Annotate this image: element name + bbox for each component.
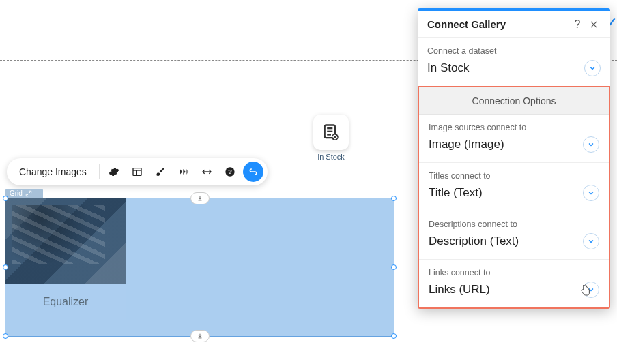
option-dropdown-toggle[interactable] — [583, 233, 599, 249]
connect-gallery-panel: Connect Gallery ? Connect a dataset In S… — [418, 8, 610, 309]
gallery-item[interactable]: Equalizer — [5, 198, 126, 320]
gallery-frame[interactable]: Grid Equalizer — [5, 198, 394, 337]
panel-title: Connect Gallery — [427, 18, 569, 30]
gallery-item-image — [5, 198, 126, 284]
option-dropdown-toggle[interactable] — [583, 282, 599, 298]
resize-handle-bottom-right[interactable] — [391, 333, 397, 339]
anchor-handle-top[interactable] — [190, 192, 210, 204]
download-icon — [197, 333, 203, 339]
anchor-handle-bottom[interactable] — [190, 330, 210, 342]
help-icon: ? — [225, 166, 235, 177]
svg-line-11 — [29, 191, 31, 193]
stretch-icon — [201, 166, 212, 177]
panel-header: Connect Gallery ? — [418, 11, 610, 38]
help-button[interactable]: ? — [220, 162, 240, 182]
resize-handle-left[interactable] — [3, 264, 8, 270]
connect-data-icon — [248, 166, 259, 177]
connect-dataset-section: Connect a dataset In Stock — [418, 38, 610, 87]
gallery-floating-toolbar: Change Images ? — [7, 158, 268, 185]
option-descriptions: Descriptions connect to Description (Tex… — [419, 211, 609, 260]
settings-button[interactable] — [104, 162, 124, 182]
connect-data-button[interactable] — [243, 162, 263, 182]
option-image-sources: Image sources connect to Image (Image) — [419, 115, 609, 163]
option-dropdown-value: Description (Text) — [429, 234, 519, 248]
option-dropdown-value: Links (URL) — [429, 283, 490, 297]
chevron-down-icon — [587, 286, 595, 294]
connection-options-header: Connection Options — [419, 87, 609, 115]
option-links: Links connect to Links (URL) — [419, 260, 609, 307]
download-icon — [197, 195, 203, 202]
connection-options-highlight: Connection Options Image sources connect… — [418, 86, 610, 309]
dataset-dropdown-toggle[interactable] — [584, 60, 601, 76]
panel-help-button[interactable]: ? — [569, 16, 586, 33]
resize-handle-right[interactable] — [391, 264, 397, 270]
section-label: Image sources connect to — [429, 123, 599, 132]
element-type-tag[interactable]: Grid — [5, 189, 43, 198]
resize-handle-bottom-left[interactable] — [3, 333, 8, 339]
brush-icon — [155, 166, 166, 177]
section-label: Titles connect to — [429, 171, 599, 181]
question-icon: ? — [575, 18, 581, 31]
option-dropdown-toggle[interactable] — [583, 136, 599, 153]
svg-rect-5 — [133, 168, 141, 176]
change-images-button[interactable]: Change Images — [11, 162, 95, 182]
dataset-dropdown-value: In Stock — [427, 61, 469, 75]
resize-handle-top-right[interactable] — [391, 196, 397, 201]
layout-button[interactable] — [127, 162, 147, 182]
animation-icon — [178, 166, 189, 177]
option-dropdown-value: Title (Text) — [429, 186, 483, 200]
animation-button[interactable] — [173, 162, 194, 182]
option-dropdown-toggle[interactable] — [583, 185, 599, 201]
section-label: Descriptions connect to — [429, 219, 599, 229]
layout-icon — [132, 166, 143, 177]
design-button[interactable] — [150, 162, 171, 182]
close-icon — [589, 20, 599, 29]
resize-handle-top-left[interactable] — [3, 196, 8, 201]
chevron-down-icon — [587, 237, 595, 245]
stretch-button[interactable] — [197, 162, 217, 182]
section-label: Connect a dataset — [427, 46, 601, 56]
gallery-item-caption: Equalizer — [5, 284, 126, 320]
dataset-chip-label: In Stock — [306, 153, 356, 161]
svg-line-12 — [26, 194, 28, 196]
chevron-down-icon — [588, 64, 597, 72]
chevron-down-icon — [587, 140, 595, 149]
panel-close-button[interactable] — [586, 16, 602, 33]
section-label: Links connect to — [429, 268, 599, 277]
gear-icon — [109, 166, 119, 177]
dataset-chip[interactable] — [313, 115, 349, 150]
option-titles: Titles connect to Title (Text) — [419, 163, 609, 211]
svg-point-4 — [332, 134, 339, 140]
dataset-icon — [321, 123, 341, 142]
expand-icon — [25, 190, 32, 197]
element-type-label: Grid — [10, 189, 23, 198]
chevron-down-icon — [587, 189, 595, 197]
toolbar-separator — [99, 164, 100, 179]
svg-text:?: ? — [228, 168, 232, 175]
option-dropdown-value: Image (Image) — [429, 138, 504, 151]
